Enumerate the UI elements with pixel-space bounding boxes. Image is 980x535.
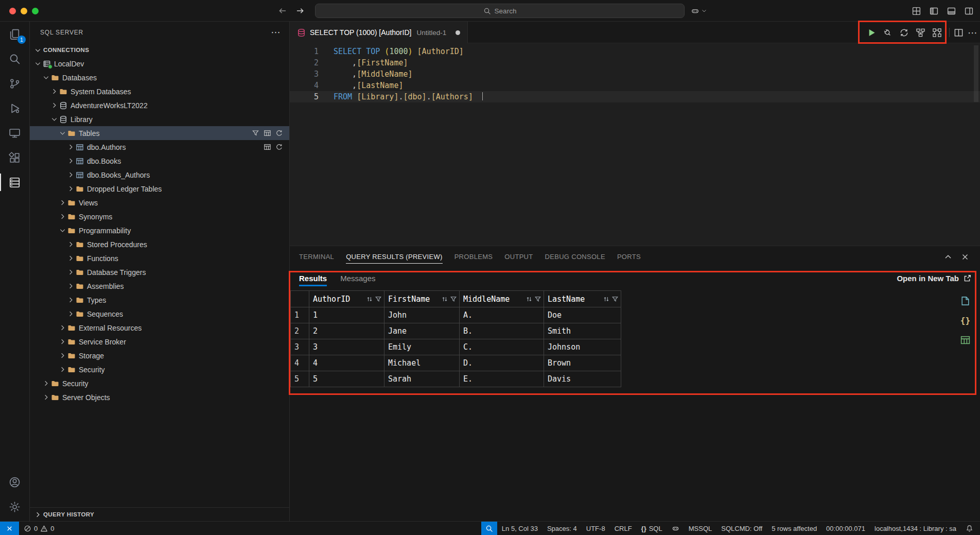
tree-item-dbo-authors[interactable]: dbo.Authors [30, 140, 289, 154]
grid-cell[interactable]: 3 [309, 339, 384, 355]
activity-bar-item-sql-server[interactable] [0, 170, 29, 195]
grid-cell[interactable]: Sarah [384, 371, 460, 387]
tree-item-views[interactable]: Views [30, 196, 289, 210]
row-number-cell[interactable]: 1 [291, 307, 309, 323]
activity-bar-item-run-and-debug[interactable] [0, 96, 29, 120]
grid-cell[interactable]: C. [460, 339, 544, 355]
tree-item-adventureworkslt2022[interactable]: AdventureWorksLT2022 [30, 98, 289, 112]
grid-cell[interactable]: A. [460, 307, 544, 323]
tree-item-storage[interactable]: Storage [30, 349, 289, 363]
chevron-right-icon[interactable] [58, 351, 67, 360]
rows-affected-status[interactable]: 5 rows affected [767, 522, 821, 535]
chevron-right-icon[interactable] [66, 309, 75, 319]
grid-cell[interactable]: Smith [544, 323, 621, 339]
tree-item-service-broker[interactable]: Service Broker [30, 335, 289, 349]
tree-item-programmability[interactable]: Programmability [30, 223, 289, 237]
grid-cell[interactable]: Jane [384, 323, 460, 339]
cursor-position[interactable]: Ln 5, Col 33 [497, 522, 542, 535]
panel-tab-query-results-preview[interactable]: QUERY RESULTS (PREVIEW) [346, 246, 443, 268]
toggle-primary-sidebar-button[interactable] [929, 6, 939, 16]
tree-item-types[interactable]: Types [30, 293, 289, 307]
grid-cell[interactable]: 1 [309, 307, 384, 323]
results-tab-messages[interactable]: Messages [340, 268, 375, 288]
table-action-icon[interactable] [264, 143, 271, 151]
code-line-1[interactable]: 1SELECT TOP (1000) [AuthorID] [290, 46, 980, 57]
more-actions-icon[interactable]: ⋯ [271, 30, 281, 35]
chevron-right-icon[interactable] [49, 87, 59, 96]
grid-cell[interactable]: Davis [544, 371, 621, 387]
grid-cell[interactable]: B. [460, 323, 544, 339]
code-line-5[interactable]: 5FROM [Library].[dbo].[Authors] [290, 91, 980, 102]
tree-item-dbo-books[interactable]: dbo.Books [30, 154, 289, 168]
tree-item-databases[interactable]: Databases [30, 71, 289, 84]
go-forward-button[interactable] [295, 6, 305, 15]
filter-action-icon[interactable] [252, 129, 259, 137]
filter-icon[interactable] [534, 296, 541, 303]
go-back-button[interactable] [278, 6, 287, 15]
language-service-status[interactable]: MSSQL [684, 522, 717, 535]
remote-indicator[interactable] [0, 522, 19, 535]
tree-item-dropped-ledger-tables[interactable]: Dropped Ledger Tables [30, 182, 289, 196]
sort-icon[interactable] [366, 296, 373, 303]
row-number-cell[interactable]: 3 [291, 339, 309, 355]
grid-cell[interactable]: Johnson [544, 339, 621, 355]
chevron-right-icon[interactable] [58, 198, 67, 208]
chevron-right-icon[interactable] [66, 240, 75, 249]
chevron-right-icon[interactable] [66, 143, 75, 152]
code-line-3[interactable]: 3 ,[MiddleName] [290, 68, 980, 80]
chevron-down-icon[interactable] [58, 129, 67, 138]
activity-bar-item-source-control[interactable] [0, 71, 29, 96]
activity-bar-item-extensions[interactable] [0, 145, 29, 170]
close-window-button[interactable] [9, 8, 16, 14]
language-mode[interactable]: {} SQL [637, 522, 667, 535]
chevron-right-icon[interactable] [58, 323, 67, 333]
tree-item-system-databases[interactable]: System Databases [30, 84, 289, 98]
chevron-right-icon[interactable] [66, 268, 75, 277]
activity-bar-item-accounts[interactable] [0, 470, 29, 494]
chevron-right-icon[interactable] [66, 296, 75, 305]
tree-item-security[interactable]: Security [30, 376, 289, 390]
open-in-new-tab-button[interactable]: Open in New Tab [897, 274, 972, 283]
tree-item-functions[interactable]: Functions [30, 251, 289, 265]
code-line-4[interactable]: 4 ,[LastName] [290, 80, 980, 91]
activity-bar-item-explorer[interactable]: 1 [0, 22, 29, 46]
minimize-window-button[interactable] [21, 8, 27, 14]
customize-layout-button[interactable] [912, 6, 921, 16]
toggle-panel-button[interactable] [947, 6, 956, 16]
save-as-csv-button[interactable] [960, 296, 971, 306]
save-as-json-button[interactable]: {} [960, 315, 970, 326]
filter-icon[interactable] [375, 296, 382, 303]
change-connection-button[interactable] [899, 28, 909, 38]
grid-cell[interactable]: Doe [544, 307, 621, 323]
activity-bar-item-manage[interactable] [0, 494, 29, 519]
grid-cell[interactable]: Michael [384, 355, 460, 371]
panel-tab-problems[interactable]: PROBLEMS [454, 246, 493, 268]
chevron-right-icon[interactable] [66, 157, 75, 166]
encoding-status[interactable]: UTF-8 [582, 522, 610, 535]
grid-cell[interactable]: Emily [384, 339, 460, 355]
save-as-excel-button[interactable] [960, 335, 971, 346]
chevron-right-icon[interactable] [66, 170, 75, 180]
column-header-middlename[interactable]: MiddleName [460, 291, 544, 307]
actual-plan-button[interactable] [932, 28, 942, 38]
close-panel-button[interactable] [960, 252, 970, 262]
more-actions-button[interactable]: ⋯ [968, 27, 978, 39]
tree-item-database-triggers[interactable]: Database Triggers [30, 265, 289, 279]
tree-item-synonyms[interactable]: Synonyms [30, 210, 289, 223]
panel-tab-debug-console[interactable]: DEBUG CONSOLE [545, 246, 605, 268]
results-tab-results[interactable]: Results [299, 268, 327, 288]
chevron-right-icon[interactable] [41, 379, 50, 388]
tree-item-server-objects[interactable]: Server Objects [30, 390, 289, 404]
panel-tab-output[interactable]: OUTPUT [504, 246, 533, 268]
tree-item-stored-procedures[interactable]: Stored Procedures [30, 237, 289, 251]
copilot-status[interactable] [667, 522, 684, 535]
grid-cell[interactable]: 5 [309, 371, 384, 387]
elapsed-time-status[interactable]: 00:00:00.071 [821, 522, 870, 535]
problems-status[interactable]: 0 0 [19, 522, 59, 535]
grid-cell[interactable]: 2 [309, 323, 384, 339]
filter-icon[interactable] [611, 296, 619, 303]
column-header-firstname[interactable]: FirstName [384, 291, 460, 307]
connection-status[interactable]: localhost,1434 : Library : sa [870, 522, 961, 535]
chevron-right-icon[interactable] [41, 393, 50, 402]
estimated-plan-button[interactable] [916, 28, 925, 38]
